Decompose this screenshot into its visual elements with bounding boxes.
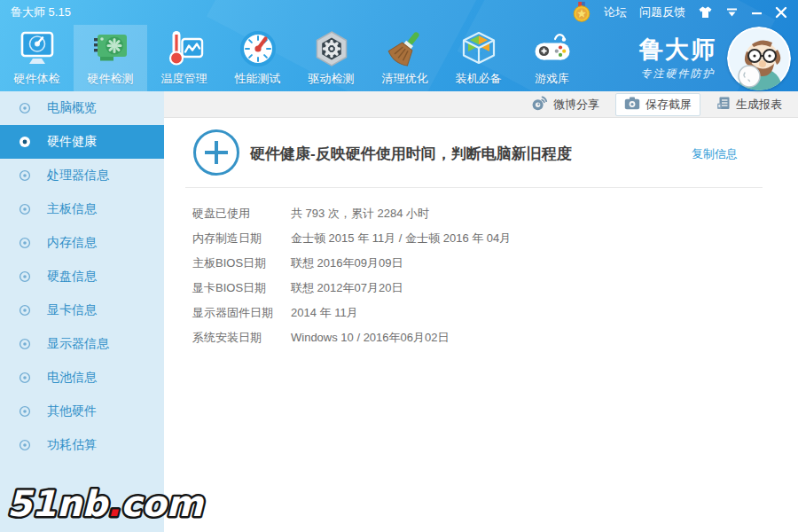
nav-label: 温度管理 bbox=[161, 71, 207, 87]
minimize-button[interactable] bbox=[751, 7, 763, 19]
radio-icon bbox=[19, 439, 31, 451]
sidebar-item-label: 显示器信息 bbox=[47, 336, 109, 352]
feedback-link[interactable]: 问题反馈 bbox=[639, 4, 685, 20]
gamepad-icon bbox=[531, 27, 574, 70]
nav-label: 硬件检测 bbox=[88, 71, 134, 87]
sidebar-item-label: 处理器信息 bbox=[47, 168, 109, 184]
watermark-51nb: 51nb.com bbox=[2, 479, 210, 530]
camera-icon bbox=[624, 97, 640, 113]
sidebar-item-label: 硬件健康 bbox=[47, 134, 97, 150]
sidebar-item-label: 其他硬件 bbox=[47, 403, 97, 419]
nav-label: 硬件体检 bbox=[14, 71, 60, 87]
sidebar-item-cpu[interactable]: 处理器信息 bbox=[0, 159, 164, 192]
svg-text:51nb.com: 51nb.com bbox=[7, 483, 204, 524]
nav-label: 清理优化 bbox=[382, 71, 428, 87]
nav-label: 驱动检测 bbox=[309, 71, 355, 87]
weibo-share-button[interactable]: 微博分享 bbox=[530, 94, 599, 114]
report-icon bbox=[716, 96, 731, 113]
save-screenshot-button[interactable]: 保存截屏 bbox=[615, 93, 700, 116]
speedometer-icon bbox=[237, 27, 279, 70]
radio-icon bbox=[19, 270, 31, 283]
generate-report-button[interactable]: 生成报表 bbox=[716, 96, 782, 113]
driver-nut-icon bbox=[310, 27, 353, 70]
sidebar-item-other-hardware[interactable]: 其他硬件 bbox=[0, 395, 164, 428]
brand-slogan: 专注硬件防护 bbox=[639, 66, 716, 82]
info-label: 系统安装日期 bbox=[192, 325, 291, 350]
sidebar-item-gpu[interactable]: 显卡信息 bbox=[0, 293, 164, 327]
info-row-gpu-bios-date: 显卡BIOS日期 联想 2012年07月20日 bbox=[192, 276, 780, 301]
nav-item-hardware-checkup[interactable]: 硬件体检 bbox=[0, 25, 74, 91]
broom-icon bbox=[384, 27, 426, 70]
gpu-card-icon bbox=[90, 27, 132, 70]
sidebar-item-label: 内存信息 bbox=[47, 235, 97, 251]
forum-link[interactable]: 论坛 bbox=[604, 4, 627, 20]
info-value: 2014 年 11月 bbox=[291, 301, 780, 325]
medal-icon[interactable] bbox=[572, 2, 591, 23]
sidebar-item-motherboard[interactable]: 主板信息 bbox=[0, 192, 164, 226]
nav-item-cleanup[interactable]: 清理优化 bbox=[368, 25, 442, 91]
radio-icon bbox=[19, 136, 31, 148]
sidebar-item-hardware-health[interactable]: 硬件健康 bbox=[0, 125, 164, 159]
sidebar-item-display[interactable]: 显示器信息 bbox=[0, 327, 164, 361]
info-row-disk-usage: 硬盘已使用 共 793 次，累计 2284 小时 bbox=[192, 201, 780, 226]
radio-icon bbox=[19, 203, 31, 215]
radio-icon bbox=[19, 237, 31, 249]
info-row-mb-bios-date: 主板BIOS日期 联想 2016年09月09日 bbox=[192, 251, 780, 276]
brand-area: 鲁大师 专注硬件防护 bbox=[639, 27, 791, 90]
info-label: 硬盘已使用 bbox=[192, 201, 291, 226]
radio-icon bbox=[19, 405, 31, 418]
sidebar-item-power-estimate[interactable]: 功耗估算 bbox=[0, 428, 164, 462]
watermark-text: com bbox=[121, 483, 204, 524]
copy-info-link[interactable]: 复制信息 bbox=[692, 146, 738, 162]
radio-icon bbox=[19, 102, 31, 114]
sidebar-item-disk[interactable]: 硬盘信息 bbox=[0, 260, 164, 293]
menu-chevron-icon[interactable] bbox=[725, 6, 739, 19]
cube-icon bbox=[458, 27, 500, 70]
skin-icon[interactable] bbox=[698, 5, 713, 20]
divider bbox=[185, 187, 763, 188]
info-row-monitor-firmware-date: 显示器固件日期 2014 年 11月 bbox=[192, 301, 780, 325]
sidebar-item-label: 硬盘信息 bbox=[47, 269, 97, 285]
sidebar-item-label: 电脑概览 bbox=[47, 100, 97, 116]
generate-report-label: 生成报表 bbox=[736, 97, 782, 113]
info-rows: 硬盘已使用 共 793 次，累计 2284 小时 内存制造日期 金士顿 2015… bbox=[192, 201, 780, 350]
sidebar: 电脑概览 硬件健康 处理器信息 主板信息 内存信息 硬盘信息 显卡信息 显示器 bbox=[0, 91, 164, 532]
weibo-share-label: 微博分享 bbox=[553, 97, 599, 113]
ludashi-window: 鲁大师 5.15 论坛 问题反馈 bbox=[0, 0, 798, 532]
main-content: 硬件健康-反映硬件使用时间，判断电脑新旧程度 复制信息 硬盘已使用 共 793 … bbox=[164, 118, 798, 532]
info-value: 金士顿 2015 年 11月 / 金士顿 2016 年 04月 bbox=[291, 226, 780, 251]
titlebar-controls: 论坛 问题反馈 bbox=[572, 2, 787, 23]
nav-label: 性能测试 bbox=[235, 71, 281, 87]
radio-icon bbox=[19, 304, 31, 317]
window-title: 鲁大师 5.15 bbox=[11, 4, 71, 20]
sidebar-item-label: 主板信息 bbox=[47, 201, 97, 217]
nav-item-performance[interactable]: 性能测试 bbox=[221, 25, 294, 91]
nav-item-temperature[interactable]: 温度管理 bbox=[147, 25, 221, 91]
sidebar-item-battery[interactable]: 电池信息 bbox=[0, 361, 164, 395]
nav-item-drivers[interactable]: 驱动检测 bbox=[294, 25, 368, 91]
main-nav: 硬件体检 bbox=[0, 25, 589, 91]
thermometer-icon bbox=[163, 27, 206, 70]
toolbar: 微博分享 保存截屏 bbox=[164, 91, 798, 118]
monitor-checkup-icon bbox=[16, 27, 59, 70]
info-value: Windows 10 / 2016年06月02日 bbox=[291, 325, 780, 350]
nav-item-essentials[interactable]: 装机必备 bbox=[442, 25, 515, 91]
sidebar-item-label: 电池信息 bbox=[47, 370, 97, 386]
info-value: 联想 2016年09月09日 bbox=[291, 251, 780, 276]
nav-label: 游戏库 bbox=[535, 71, 569, 87]
sidebar-item-overview[interactable]: 电脑概览 bbox=[0, 91, 164, 125]
watermark-dot: . bbox=[107, 483, 121, 524]
info-row-os-install-date: 系统安装日期 Windows 10 / 2016年06月02日 bbox=[192, 325, 780, 350]
brand-text: 鲁大师 专注硬件防护 bbox=[639, 36, 716, 82]
info-label: 内存制造日期 bbox=[192, 226, 291, 251]
info-label: 显卡BIOS日期 bbox=[192, 276, 291, 301]
close-button[interactable] bbox=[775, 6, 787, 19]
sidebar-item-memory[interactable]: 内存信息 bbox=[0, 226, 164, 260]
nav-label: 装机必备 bbox=[456, 71, 502, 87]
nav-item-games[interactable]: 游戏库 bbox=[515, 25, 589, 91]
plus-circle-icon bbox=[193, 129, 239, 176]
mascot-avatar[interactable] bbox=[727, 27, 791, 90]
info-label: 显示器固件日期 bbox=[192, 301, 291, 325]
nav-item-hardware-detect[interactable]: 硬件检测 bbox=[74, 25, 147, 91]
info-label: 主板BIOS日期 bbox=[192, 251, 291, 276]
